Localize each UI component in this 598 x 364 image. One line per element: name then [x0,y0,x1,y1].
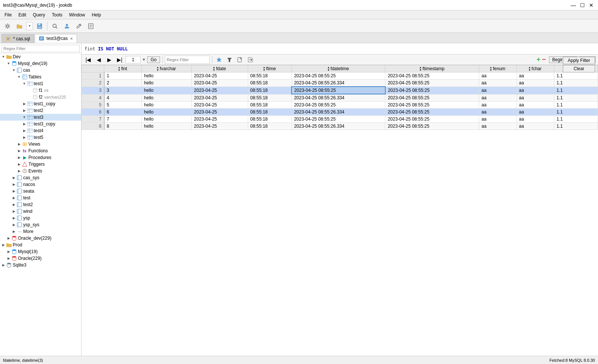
minimize-button[interactable]: — [570,1,577,9]
cell-fchar-2[interactable]: aa [517,87,554,94]
cell-fvarchar-2[interactable]: hello [142,87,192,94]
cell-fchar-0[interactable]: aa [517,72,554,80]
menu-edit[interactable]: Edit [15,12,29,18]
nav-next-button[interactable]: ▶ [105,55,114,64]
cell-fvarchar-5[interactable]: hello [142,109,192,116]
sidebar-tree-item-18[interactable]: ▶cas_sys [0,174,81,181]
cell-fdouble-0[interactable]: 1.1 [554,72,598,80]
toolbar-open-button[interactable] [14,21,25,31]
sort-fdatetime[interactable]: ▲▼ [327,66,330,71]
cell-fenum-4[interactable]: aa [479,102,517,109]
tab-cas-sql[interactable]: * cas.sql [1,34,34,43]
cell-fint-7[interactable]: 8 [104,123,142,130]
table-row[interactable]: 11hello2023-04-2508:55:182023-04-25 08:5… [82,72,598,80]
cell-ftime-2[interactable]: 08:55:18 [248,87,292,94]
cell-fdate-1[interactable]: 2023-04-25 [192,80,248,87]
cell-fchar-6[interactable]: aa [517,116,554,123]
cell-fchar-7[interactable]: aa [517,123,554,130]
sidebar-filter-input[interactable] [1,45,80,52]
sidebar-tree-item-13[interactable]: ▶Views [0,141,81,147]
table-row[interactable]: 33hello2023-04-2508:55:182023-04-25 08:5… [82,87,598,94]
sidebar-tree-item-3[interactable]: ▼Tables [0,74,81,80]
cell-fdate-6[interactable]: 2023-04-25 [192,116,248,123]
cell-fdouble-6[interactable]: 1.1 [554,116,598,123]
add-row-button[interactable]: + [537,56,541,63]
sort-fdate[interactable]: ▲▼ [213,66,215,71]
sort-fint[interactable]: ▲▼ [118,66,120,71]
cell-fdate-7[interactable]: 2023-04-25 [192,123,248,130]
sort-fvarchar[interactable]: ▲▼ [157,66,159,71]
pin-button[interactable] [215,55,224,64]
sidebar-tree-item-6[interactable]: f2varchar(225 [0,94,81,100]
cell-fvarchar-3[interactable]: hello [142,94,192,102]
nav-prev-button[interactable]: ◀ [94,55,103,64]
sidebar-tree-item-24[interactable]: ▶ysp [0,215,81,221]
sidebar-tree-item-0[interactable]: ▼Dev [0,53,81,60]
cell-fvarchar-4[interactable]: hello [142,102,192,109]
sidebar-tree-item-31[interactable]: ▶Sqlite3 [0,262,81,268]
cell-ftimestamp-0[interactable]: 2023-04-25 08:55:25 [385,72,479,80]
cell-ftimestamp-7[interactable]: 2023-04-25 08:55:25 [385,123,479,130]
cell-fenum-5[interactable]: aa [479,109,517,116]
cell-ftime-4[interactable]: 08:55:18 [248,102,292,109]
toolbar-save-button[interactable] [34,21,45,31]
cell-fvarchar-6[interactable]: hello [142,116,192,123]
col-header-fchar[interactable]: ▲▼fchar [517,65,554,72]
sidebar-tree-item-12[interactable]: ▶test5 [0,134,81,141]
sidebar-tree-item-4[interactable]: ▼test1 [0,80,81,87]
go-button[interactable]: Go [147,56,160,63]
menu-help[interactable]: Help [89,12,104,18]
col-header-fenum[interactable]: ▲▼fenum [479,65,517,72]
sort-ftime[interactable]: ▲▼ [263,66,265,71]
nav-last-button[interactable]: ▶| [115,55,124,64]
cell-fchar-4[interactable]: aa [517,102,554,109]
table-row[interactable]: 22hello2023-04-2508:55:182023-04-25 08:5… [82,80,598,87]
cell-fdate-5[interactable]: 2023-04-25 [192,109,248,116]
cell-ftime-6[interactable]: 08:55:18 [248,116,292,123]
cell-ftime-0[interactable]: 08:55:18 [248,72,292,80]
cell-fenum-7[interactable]: aa [479,123,517,130]
close-button[interactable]: ✕ [588,1,595,9]
toolbar-notes-button[interactable] [86,21,96,31]
cell-ftime-1[interactable]: 08:55:18 [248,80,292,87]
cell-ftime-7[interactable]: 08:55:18 [248,123,292,130]
sort-fchar[interactable]: ▲▼ [528,66,531,71]
toolbar-search-button[interactable] [50,21,60,31]
cell-fenum-3[interactable]: aa [479,94,517,102]
menu-tools[interactable]: Tools [49,12,65,18]
sidebar-tree-item-7[interactable]: ▶test1_copy [0,100,81,107]
sidebar-tree-item-23[interactable]: ▶wind [0,208,81,215]
cell-fint-2[interactable]: 3 [104,87,142,94]
cell-fvarchar-7[interactable]: hello [142,123,192,130]
cell-fvarchar-0[interactable]: hello [142,72,192,80]
table-row[interactable]: 66hello2023-04-2508:55:182023-04-25 08:5… [82,109,598,116]
cell-fdatetime-2[interactable]: 2023-04-25 08:55:25 [292,87,385,94]
cell-fint-6[interactable]: 7 [104,116,142,123]
cell-fdouble-4[interactable]: 1.1 [554,102,598,109]
cell-fdatetime-0[interactable]: 2023-04-25 08:55:25 [292,72,385,80]
table-row[interactable]: 55hello2023-04-2508:55:182023-04-25 08:5… [82,102,598,109]
cell-ftimestamp-3[interactable]: 2023-04-25 08:55:25 [385,94,479,102]
sidebar-tree-item-9[interactable]: ▼test3 [0,114,81,121]
sidebar-tree-item-22[interactable]: ▶test2 [0,201,81,208]
cell-fint-0[interactable]: 1 [104,72,142,80]
cell-fdouble-1[interactable]: 1.1 [554,80,598,87]
sidebar-tree-item-27[interactable]: ▶Oracle_dev(229) [0,235,81,242]
col-header-ftimestamp[interactable]: ▲▼ftimestamp [385,65,479,72]
cell-fdate-4[interactable]: 2023-04-25 [192,102,248,109]
sidebar-tree-item-26[interactable]: ▶···More [0,228,81,235]
sort-fenum[interactable]: ▲▼ [490,66,492,71]
sidebar-tree-item-30[interactable]: ▶Oracle(229) [0,255,81,262]
col-header-ftime[interactable]: ▲▼ftime [248,65,292,72]
cell-fdatetime-5[interactable]: 2023-04-25 08:55:26.334 [292,109,385,116]
menu-query[interactable]: Query [30,12,48,18]
cell-fenum-2[interactable]: aa [479,87,517,94]
cell-fvarchar-1[interactable]: hello [142,80,192,87]
table-row[interactable]: 44hello2023-04-2508:55:182023-04-25 08:5… [82,94,598,102]
sidebar-tree-item-10[interactable]: ▶test3_copy [0,121,81,127]
cell-fenum-6[interactable]: aa [479,116,517,123]
toolbar-edit-button[interactable] [74,21,84,31]
import-button[interactable] [246,55,255,64]
nav-first-button[interactable]: |◀ [84,55,93,64]
sidebar-tree-item-29[interactable]: ▶Mysql(19) [0,248,81,255]
